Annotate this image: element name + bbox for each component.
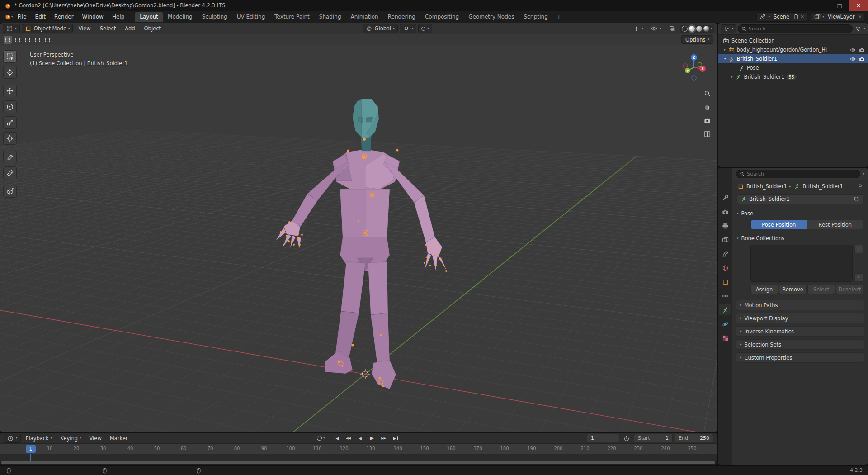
view-layer-selector[interactable]: ▾ ViewLayer ✕ — [811, 12, 864, 22]
timeline-ruler[interactable]: 1 10 20 30 40 50 60 70 80 90 100 110 120… — [0, 444, 717, 454]
properties-search[interactable] — [736, 170, 860, 178]
tool-annotate[interactable] — [3, 151, 17, 163]
bone-collections-list[interactable] — [750, 245, 853, 282]
transform-orientation-selector[interactable]: Global ▾ — [363, 24, 398, 33]
chevron-down-icon[interactable]: ▾ — [711, 27, 712, 30]
show-gizmo-toggle[interactable]: ▾ — [630, 24, 646, 33]
shading-wireframe-button[interactable] — [682, 26, 688, 32]
minimize-button[interactable]: – — [811, 0, 830, 11]
chevron-down-icon[interactable]: ▾ — [863, 172, 864, 176]
character-model[interactable] — [0, 45, 717, 432]
assign-button[interactable]: Assign — [750, 285, 778, 294]
section-custom-properties[interactable]: ▸ Custom Properties — [736, 352, 864, 363]
shading-material-button[interactable] — [696, 26, 702, 32]
tool-cursor[interactable] — [3, 66, 17, 79]
select-mode-subtract-button[interactable] — [24, 36, 32, 44]
bone-collection-specials-button[interactable]: ▾ — [854, 273, 863, 282]
tab-texture-paint[interactable]: Texture Paint — [270, 12, 314, 22]
viewport-canvas[interactable]: User Perspective (1) Scene Collection | … — [0, 45, 717, 432]
tab-render[interactable] — [719, 206, 731, 217]
tab-modeling[interactable]: Modeling — [163, 12, 197, 22]
remove-view-layer-icon[interactable]: ✕ — [858, 14, 862, 19]
new-scene-icon[interactable] — [793, 13, 799, 20]
chevron-down-icon[interactable]: ▾ — [724, 57, 726, 61]
menu-help[interactable]: Help — [108, 13, 128, 21]
section-selection-sets[interactable]: ▸ Selection Sets — [736, 339, 864, 350]
gizmo-x-axis[interactable]: X — [701, 67, 704, 71]
snap-toggle[interactable]: ▾ — [400, 24, 417, 33]
outliner-editor-type-button[interactable]: ▾ — [721, 24, 736, 33]
play-button[interactable]: ▶ — [367, 434, 377, 442]
chevron-down-icon[interactable]: ▾ — [863, 27, 865, 30]
blender-logo-icon[interactable] — [4, 13, 11, 20]
render-visibility-icon[interactable] — [858, 46, 865, 53]
menu-render[interactable]: Render — [50, 13, 78, 21]
chevron-right-icon[interactable]: ▸ — [724, 48, 726, 52]
tool-measure[interactable] — [3, 166, 17, 179]
mode-selector[interactable]: Object Mode ▾ — [22, 24, 73, 33]
tab-constraints[interactable] — [719, 290, 731, 301]
unlink-scene-icon[interactable]: ✕ — [801, 14, 804, 19]
close-button[interactable]: ✕ — [849, 0, 868, 11]
proportional-edit-toggle[interactable]: ▾ — [418, 24, 432, 33]
tab-rendering[interactable]: Rendering — [383, 12, 420, 22]
tab-texture[interactable] — [719, 332, 731, 343]
start-frame-field[interactable]: Start1 — [634, 434, 673, 442]
outliner-search[interactable] — [738, 24, 853, 33]
tab-armature-data[interactable] — [719, 304, 731, 315]
tab-physics[interactable] — [719, 318, 731, 329]
playhead[interactable]: 1 — [26, 445, 36, 453]
viewport-menu-view[interactable]: View — [75, 24, 94, 33]
menu-edit[interactable]: Edit — [31, 13, 50, 21]
overlays-toggle[interactable]: ▾ — [648, 24, 664, 33]
play-reverse-button[interactable]: ◀ — [355, 434, 366, 442]
breadcrumb-data[interactable]: British_Soldier1 — [802, 183, 843, 190]
xray-toggle[interactable] — [665, 24, 678, 33]
tool-add-cube[interactable] — [3, 185, 17, 198]
menu-view[interactable]: View — [86, 434, 105, 442]
gizmo-y-axis[interactable]: Y — [686, 69, 689, 73]
tool-scale[interactable] — [3, 116, 17, 129]
properties-search-input[interactable] — [747, 171, 857, 177]
tab-layout[interactable]: Layout — [135, 12, 163, 22]
tab-shading[interactable]: Shading — [315, 12, 346, 22]
options-button[interactable]: Options ▾ — [681, 35, 713, 44]
rest-position-button[interactable]: Rest Position — [807, 220, 864, 229]
select-button[interactable]: Select — [807, 285, 835, 294]
current-frame-field[interactable]: 1 — [587, 434, 619, 442]
bone-collections-panel-header[interactable]: ▾ Bone Collections — [732, 233, 868, 244]
section-inverse-kinematics[interactable]: ▸ Inverse Kinematics — [736, 326, 864, 337]
scrollbar-thumb[interactable] — [1, 461, 715, 464]
tool-rotate[interactable] — [3, 100, 17, 113]
menu-marker[interactable]: Marker — [107, 434, 131, 442]
auto-key-toggle[interactable]: ▾ — [317, 436, 325, 441]
pin-icon[interactable] — [856, 183, 863, 190]
section-motion-paths[interactable]: ▸ Motion Paths — [736, 300, 864, 310]
gizmo-z-axis[interactable]: Z — [693, 56, 695, 60]
next-keyframe-button[interactable]: ▶▶ — [378, 434, 389, 442]
tab-scene[interactable] — [719, 248, 731, 259]
tab-geometry-nodes[interactable]: Geometry Nodes — [464, 12, 519, 22]
chevron-right-icon[interactable]: ▸ — [731, 76, 733, 79]
jump-to-end-button[interactable]: ▶ — [390, 434, 401, 442]
section-viewport-display[interactable]: ▸ Viewport Display — [736, 313, 864, 323]
timeline-track-area[interactable] — [0, 454, 717, 461]
outliner-row-pose[interactable]: Pose — [718, 63, 868, 72]
select-mode-new-button[interactable] — [4, 36, 12, 44]
tab-compositing[interactable]: Compositing — [420, 12, 463, 22]
outliner-search-input[interactable] — [749, 26, 849, 32]
shading-rendered-button[interactable] — [703, 26, 709, 32]
tab-scripting[interactable]: Scripting — [519, 12, 552, 22]
tab-animation[interactable]: Animation — [346, 12, 383, 22]
menu-window[interactable]: Window — [78, 13, 108, 21]
tool-select-box[interactable] — [3, 50, 17, 63]
outliner-row-armature-data[interactable]: ▸ British_Soldier1 55 — [718, 72, 868, 81]
jump-to-start-button[interactable]: ◀ — [331, 434, 342, 442]
tool-move[interactable] — [3, 85, 17, 97]
menu-file[interactable]: File — [14, 13, 31, 21]
tab-view-layer[interactable] — [719, 234, 731, 245]
deselect-button[interactable]: Deselect — [836, 285, 863, 294]
outliner-row-british-soldier1[interactable]: ▾ British_Soldier1 — [718, 54, 868, 63]
prev-keyframe-button[interactable]: ◀◀ — [343, 434, 354, 442]
navigation-gizmo[interactable]: Z X Y — [679, 53, 708, 83]
